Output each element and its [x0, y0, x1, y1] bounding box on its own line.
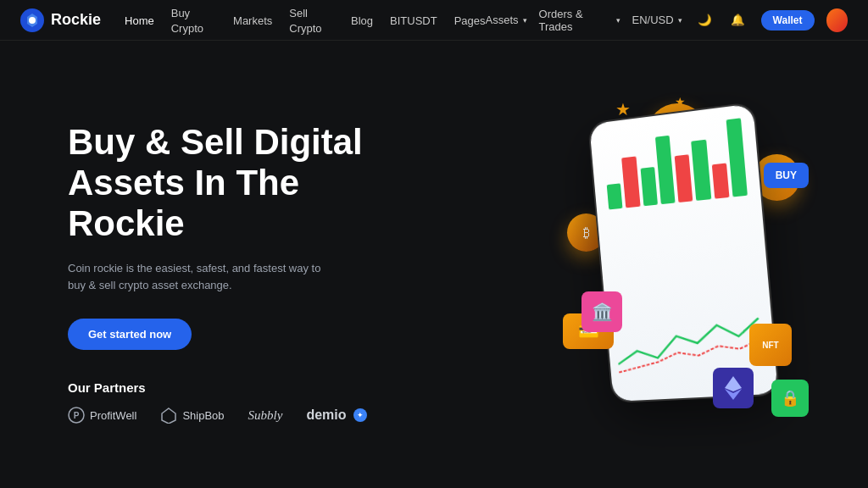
profitwell-label: ProfitWell: [90, 409, 136, 422]
logo-icon: [20, 8, 44, 32]
hero-title: Buy & Sell Digital Assets In The Rockie: [68, 122, 410, 245]
chevron-down-icon: ▾: [616, 16, 620, 25]
wallet-button[interactable]: Wallet: [761, 10, 815, 30]
nav-link-markets[interactable]: Markets: [233, 14, 272, 27]
theme-toggle-button[interactable]: 🌙: [694, 8, 715, 32]
navbar: Rockie Home Buy Crypto Markets Sell Cryp…: [0, 0, 868, 41]
nav-link-bitusdt[interactable]: BITUSDT: [390, 14, 437, 27]
candle-2: [621, 157, 640, 208]
locale-dropdown[interactable]: EN/USD ▾: [632, 14, 682, 26]
logo[interactable]: Rockie: [20, 8, 101, 32]
bell-icon: 🔔: [731, 14, 745, 26]
partner-subbly: Subbly: [248, 408, 283, 423]
candle-6: [691, 140, 710, 201]
nav-item-home[interactable]: Home: [125, 13, 154, 28]
svg-text:P: P: [74, 411, 80, 420]
nav-item-pages[interactable]: Pages: [454, 13, 486, 28]
hero-illustration: ★ ★ ★ ₿ ₿ ₿: [410, 95, 817, 451]
chevron-down-icon: ▾: [678, 16, 682, 25]
partners-section: Our Partners P ProfitWell: [68, 380, 410, 424]
chevron-down-icon: ▾: [523, 16, 527, 25]
profitwell-icon: P: [68, 407, 85, 424]
shipbob-label: ShipBob: [182, 409, 224, 422]
partners-heading: Our Partners: [68, 380, 410, 395]
hero-content: Buy & Sell Digital Assets In The Rockie …: [68, 122, 410, 424]
nav-item-markets[interactable]: Markets: [233, 13, 272, 28]
nav-link-sell-crypto[interactable]: Sell Crypto: [289, 7, 321, 35]
nav-item-buy-crypto[interactable]: Buy Crypto: [171, 5, 216, 36]
partner-shipbob: ShipBob: [160, 407, 224, 424]
nav-item-bitusdt[interactable]: BITUSDT: [390, 13, 437, 28]
locale-label: EN/USD: [632, 14, 674, 26]
nav-links: Home Buy Crypto Markets Sell Crypto Blog…: [125, 5, 486, 36]
partner-profitwell: P ProfitWell: [68, 407, 136, 424]
bank-card: 🏛️: [581, 291, 622, 332]
lock-card: 🔒: [771, 380, 809, 417]
nav-link-buy-crypto[interactable]: Buy Crypto: [171, 7, 203, 35]
navbar-right: Assets ▾ Orders & Trades ▾ EN/USD ▾ 🌙 🔔 …: [486, 8, 848, 33]
star-icon-1: ★: [615, 99, 631, 119]
subbly-label: Subbly: [248, 408, 283, 423]
navbar-left: Rockie Home Buy Crypto Markets Sell Cryp…: [20, 5, 486, 36]
assets-dropdown[interactable]: Assets ▾: [486, 14, 527, 26]
candle-4: [655, 136, 676, 204]
partner-demio: demio ✦: [306, 408, 366, 423]
buy-badge: BUY: [764, 163, 809, 188]
user-avatar[interactable]: [826, 8, 848, 32]
candle-5: [675, 154, 693, 202]
hero-title-line1: Buy & Sell Digital: [68, 122, 363, 162]
nav-item-sell-crypto[interactable]: Sell Crypto: [289, 5, 334, 36]
moon-icon: 🌙: [698, 14, 712, 26]
shipbob-icon: [160, 407, 177, 424]
orders-label: Orders & Trades: [539, 8, 612, 33]
candle-3: [640, 167, 658, 206]
nav-link-blog[interactable]: Blog: [351, 14, 373, 27]
orders-trades-dropdown[interactable]: Orders & Trades ▾: [539, 8, 620, 33]
nft-badge: NFT: [749, 324, 792, 366]
candle-1: [607, 183, 623, 209]
partners-list: P ProfitWell ShipBob Subbly: [68, 407, 410, 424]
hero-subtitle: Coin rockie is the easiest, safest, and …: [68, 260, 339, 296]
logo-text: Rockie: [51, 11, 101, 29]
get-started-button[interactable]: Get started now: [68, 319, 192, 350]
svg-point-1: [29, 17, 36, 24]
svg-marker-5: [725, 376, 742, 391]
hero-title-line2: Assets In The Rockie: [68, 163, 299, 243]
demio-label: demio: [306, 408, 346, 423]
ethereum-card: [713, 368, 754, 408]
nav-link-pages[interactable]: Pages: [454, 14, 486, 27]
notifications-button[interactable]: 🔔: [727, 8, 748, 32]
demio-badge: ✦: [353, 408, 367, 422]
svg-marker-4: [162, 408, 175, 424]
candle-7: [711, 163, 729, 198]
phone-candlestick-chart: [603, 118, 748, 209]
nav-item-blog[interactable]: Blog: [351, 13, 373, 28]
nav-link-home[interactable]: Home: [125, 14, 154, 27]
hero-section: Buy & Sell Digital Assets In The Rockie …: [0, 41, 868, 488]
assets-label: Assets: [486, 14, 519, 26]
candle-8: [726, 118, 748, 197]
